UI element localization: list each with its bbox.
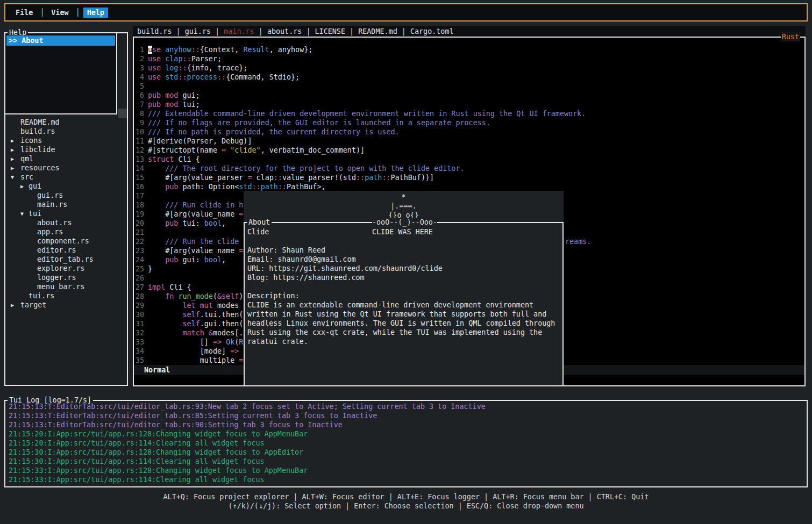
tab-separator: |	[254, 27, 267, 35]
line-number: 24	[134, 255, 144, 264]
tree-item-about-rs[interactable]: about.rs	[5, 218, 127, 227]
tree-item-gui-rs[interactable]: gui.rs	[5, 191, 127, 200]
menu-item-view[interactable]: View	[47, 8, 72, 18]
dropdown-item-about[interactable]: >> About	[6, 35, 115, 46]
code-line-4[interactable]: 4use std::process::{Command, Stdio};	[134, 73, 804, 82]
tree-item-main-rs[interactable]: main.rs	[5, 200, 127, 209]
about-popup-line: CLIDE is an extendable command-line driv…	[247, 300, 560, 310]
code-line-8[interactable]: 8/// Extendable command-line driven deve…	[134, 109, 804, 118]
tree-item-editor_tab-rs[interactable]: editor_tab.rs	[5, 255, 127, 264]
about-popup-ascii-feet: -ooO--(_)--Ooo-	[372, 218, 437, 227]
tree-item-logger-rs[interactable]: logger.rs	[5, 273, 127, 282]
line-number: 28	[134, 292, 144, 301]
code-line-1[interactable]: 1use anyhow::{Context, Result, anyhow};	[134, 45, 804, 54]
line-number: 10	[134, 127, 144, 137]
menu-item-help[interactable]: Help	[83, 8, 108, 18]
clide-tui-app: { "menu": { "separator": "│", "items": […	[0, 0, 812, 524]
menu-item-file[interactable]: File	[12, 8, 37, 18]
ascii-art-line: |.===.	[244, 202, 564, 211]
tab-about-rs[interactable]: about.rs	[267, 27, 302, 35]
tree-item-resources[interactable]: ▶resources	[5, 163, 127, 173]
code-line-14[interactable]: 14 /// The root directory for the projec…	[134, 164, 804, 173]
about-popup-text: headless Linux environments. The GUI is …	[247, 319, 555, 327]
tree-item-README-md[interactable]: README.md	[5, 118, 127, 127]
code-text: struct Cli {	[148, 155, 200, 164]
code-text: impl Cli {	[148, 283, 191, 292]
tab-separator: |	[397, 27, 410, 35]
about-popup-text-right: CLIDE WAS HERE	[372, 227, 433, 236]
tree-item-app-rs[interactable]: app.rs	[5, 227, 127, 236]
tree-item-label: explorer.rs	[37, 264, 85, 273]
line-number: 31	[134, 319, 144, 328]
line-number: 11	[134, 137, 144, 146]
line-number: 33	[134, 338, 144, 347]
tree-item-build-rs[interactable]: build.rs	[5, 127, 127, 136]
code-line-6[interactable]: 6pub mod gui;	[134, 91, 804, 100]
code-text: fn run_mode(&self)	[148, 292, 243, 301]
code-text: /// If no path is provided, the current …	[148, 127, 400, 137]
line-number: 34	[134, 347, 144, 356]
about-popup-text: URL: https://git.shaunreed.com/shaunrd0/…	[247, 264, 443, 272]
code-text: [] => Ok(R	[148, 338, 243, 347]
line-number: 3	[134, 63, 144, 73]
chevron-right-icon: ▶	[11, 300, 20, 310]
code-line-9[interactable]: 9/// If no flags are provided, the GUI e…	[134, 118, 804, 127]
code-line-15[interactable]: 15 #[arg(value_parser = clap::value_pars…	[134, 173, 804, 182]
tab-README-md[interactable]: README.md	[358, 27, 397, 35]
tab-separator: |	[345, 27, 358, 35]
explorer-scrollbar-thumb[interactable]	[118, 109, 127, 118]
tree-item-editor-rs[interactable]: editor.rs	[5, 246, 127, 255]
about-popup: About -ooO--(_)--Ooo- ClideCLIDE WAS HER…	[244, 222, 564, 386]
menu-separator: │	[37, 9, 47, 17]
code-line-12[interactable]: 12#[structopt(name = "clide", verbatim_d…	[134, 146, 804, 155]
about-popup-line: URL: https://git.shaunreed.com/shaunrd0/…	[247, 264, 560, 273]
code-line-3[interactable]: 3use log::{info, trace};	[134, 63, 804, 73]
tree-item-label: tui	[29, 209, 41, 218]
line-number: 12	[134, 146, 144, 155]
code-text: #[arg(value_parser = clap::value_parser!…	[148, 173, 434, 182]
code-line-5[interactable]: 5	[134, 82, 804, 91]
code-text: /// Run clide in h	[148, 200, 243, 210]
line-number: 6	[134, 91, 144, 100]
tab-gui-rs[interactable]: gui.rs	[185, 27, 211, 35]
code-text: #[derive(Parser, Debug)]	[148, 137, 252, 146]
line-number: 25	[134, 264, 144, 274]
tree-item-qml[interactable]: ▶qml	[5, 154, 127, 163]
log-entry-info: 21:15:33:I:App:src/tui/app.rs:114:Cleari…	[9, 475, 804, 484]
tree-item-menu_bar-rs[interactable]: menu_bar.rs	[5, 282, 127, 291]
tree-item-icons[interactable]: ▶icons	[5, 136, 127, 145]
tree-item-label: about.rs	[37, 218, 72, 227]
code-text: /// Run the clide	[148, 237, 243, 246]
tab-Cargo-toml[interactable]: Cargo.toml	[410, 27, 454, 35]
tree-item-tui-rs[interactable]: tui.rs	[5, 291, 127, 300]
tree-item-src[interactable]: ▼src	[5, 173, 127, 182]
line-number: 8	[134, 109, 144, 118]
line-number: 5	[134, 82, 144, 91]
tab-LICENSE[interactable]: LICENSE	[315, 27, 345, 35]
tab-main-rs[interactable]: main.rs	[224, 27, 254, 35]
about-popup-line: written in Rust using the Qt UI framewor…	[247, 310, 560, 319]
code-line-2[interactable]: 2use clap::Parser;	[134, 54, 804, 63]
line-number: 7	[134, 100, 144, 109]
code-text: match &modes[.	[148, 328, 243, 338]
tree-item-label: src	[20, 173, 33, 182]
tree-item-gui[interactable]: ▶gui	[5, 182, 127, 191]
code-line-10[interactable]: 10/// If no path is provided, the curren…	[134, 127, 804, 137]
tree-item-target[interactable]: ▶target	[5, 300, 127, 310]
code-line-11[interactable]: 11#[derive(Parser, Debug)]	[134, 137, 804, 146]
code-line-13[interactable]: 13struct Cli {	[134, 155, 804, 164]
tree-item-label: menu_bar.rs	[37, 282, 85, 291]
tree-item-component-rs[interactable]: component.rs	[5, 236, 127, 246]
code-line-7[interactable]: 7pub mod tui;	[134, 100, 804, 109]
tree-item-explorer-rs[interactable]: explorer.rs	[5, 264, 127, 273]
editor-mode-label: Normal	[144, 366, 170, 374]
tree-item-tui[interactable]: ▼tui	[5, 209, 127, 218]
about-popup-line: Description:	[247, 291, 560, 300]
log-entry-info: 21:15:30:I:App:src/tui/app.rs:128:Changi…	[9, 448, 804, 457]
tree-item-label: qml	[20, 154, 33, 163]
code-line-16[interactable]: 16 pub path: Option<std::path::PathBuf>,	[134, 182, 804, 191]
tree-item-libclide[interactable]: ▶libclide	[5, 145, 127, 154]
line-number: 30	[134, 310, 144, 319]
tab-build-rs[interactable]: build.rs	[137, 27, 172, 35]
tree-item-label: README.md	[20, 118, 60, 127]
